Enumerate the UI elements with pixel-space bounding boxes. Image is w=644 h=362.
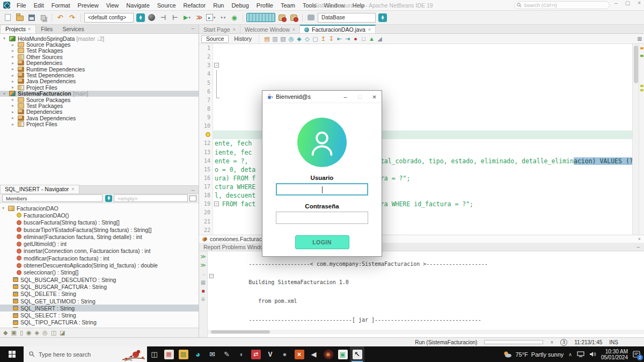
filter-toggle-icon[interactable]: ◪ xyxy=(60,329,65,336)
close-button[interactable]: × xyxy=(638,0,641,6)
menu-item[interactable]: Debug xyxy=(228,1,252,10)
start-button[interactable] xyxy=(0,346,24,362)
navigator-tab[interactable]: SQL_INSERT - Navigator × xyxy=(0,185,79,193)
expand-arrow-icon[interactable]: ▸ xyxy=(12,103,18,108)
filter-toggle-icon[interactable]: ◉ xyxy=(26,329,32,336)
project-tree-row[interactable]: ▸ Test Dependencies xyxy=(0,72,199,78)
taskbar-app-icon[interactable]: ✉ xyxy=(205,346,219,362)
editor-tool-icon[interactable]: ⇥ xyxy=(343,35,352,42)
project-tree-row[interactable]: ▸ Dependencies xyxy=(0,109,199,115)
project-tree-row[interactable]: ▸ Test Packages xyxy=(0,103,199,108)
minimize-panel-icon[interactable]: – xyxy=(191,187,194,193)
navigator-row[interactable]: eliminar(Facturacion factura, String det… xyxy=(0,233,199,240)
gutter-cell[interactable]: 16 xyxy=(199,174,213,183)
filter-toggle-icon[interactable]: ◆ xyxy=(3,329,8,336)
navigator-row[interactable]: SQL_INSERT : String xyxy=(0,305,199,312)
webserver-icon[interactable] xyxy=(147,12,157,23)
taskbar-app-icon[interactable]: ▣ xyxy=(335,346,350,362)
expand-arrow-icon[interactable]: ▸ xyxy=(12,42,18,47)
panel-tab[interactable]: Files xyxy=(36,25,57,33)
clean-build-button[interactable]: ⊥ xyxy=(170,12,180,23)
editor-tool-icon[interactable]: ● xyxy=(352,35,360,42)
taskbar-app-icon[interactable]: ↖ xyxy=(350,346,364,362)
members-select[interactable]: Members xyxy=(2,194,103,202)
gutter-cell[interactable]: 21 xyxy=(199,218,213,226)
menu-item[interactable]: Profile xyxy=(253,1,277,10)
db-connect-button[interactable] xyxy=(277,12,287,23)
database-stepper[interactable]: ▲▼ xyxy=(378,13,387,22)
taskbar-app-icon[interactable]: ▦ xyxy=(162,346,176,362)
menu-item[interactable]: Edit xyxy=(30,1,48,10)
menu-item[interactable]: Preview xyxy=(74,1,103,10)
project-tree-row[interactable]: ▸ Source Packages xyxy=(0,97,199,103)
gutter-cell[interactable]: 8 xyxy=(199,105,213,113)
gutter-cell[interactable]: 7 xyxy=(199,96,213,105)
menu-item[interactable]: Source xyxy=(153,1,180,10)
project-tree-row[interactable]: ▸ Test Packages xyxy=(0,48,199,54)
project-tree-row[interactable]: ▾ SistemaFacturacion [main] xyxy=(0,91,199,97)
gutter-cell[interactable]: 4 xyxy=(199,70,213,78)
expand-arrow-icon[interactable]: ▸ xyxy=(12,110,18,114)
editor-tool-icon[interactable]: ▤ xyxy=(263,35,271,42)
gutter-cell[interactable]: 14 xyxy=(199,157,213,165)
menu-item[interactable]: File xyxy=(13,1,30,10)
undo-button[interactable]: ↶ xyxy=(55,12,65,23)
close-tab-icon[interactable]: × xyxy=(233,27,236,32)
config-stepper[interactable]: ▲▼ xyxy=(136,13,145,22)
gutter-cell[interactable]: 18 xyxy=(199,191,213,200)
editor-tool-icon[interactable]: ▧ xyxy=(279,35,287,42)
project-tree-row[interactable]: ▸ Project Files xyxy=(0,121,199,127)
close-tab-icon[interactable]: × xyxy=(292,27,295,32)
volume-icon[interactable] xyxy=(589,351,596,357)
cancel-progress-icon[interactable]: × xyxy=(550,339,553,345)
editor-tab[interactable]: FacturacionDAO.java × xyxy=(300,25,376,33)
dialog-close-button[interactable]: × xyxy=(367,91,382,103)
navigator-row[interactable]: seleccionar() : String[] xyxy=(0,269,199,276)
error-stripe[interactable] xyxy=(639,44,644,235)
usuario-input[interactable] xyxy=(276,183,368,196)
taskbar-search-input[interactable]: Type here to search xyxy=(24,346,147,362)
gutter-cell[interactable]: 3 xyxy=(199,61,213,70)
taskbar-app-icon[interactable]: ◖ xyxy=(234,346,248,362)
minimize-panel-icon[interactable]: – xyxy=(191,25,194,31)
navigator-row[interactable]: SQL_DELETE : String xyxy=(0,291,199,298)
output-action-icon[interactable]: ※ xyxy=(201,296,205,302)
editor-vertical-scrollbar[interactable] xyxy=(632,44,639,235)
hint-bulb-icon[interactable] xyxy=(206,132,210,137)
project-tree-row[interactable]: ▸ Dependencies xyxy=(0,60,199,66)
gutter-cell[interactable]: 12 xyxy=(199,139,213,148)
taskbar-app-icon[interactable]: ◕ xyxy=(191,346,205,362)
close-tab-icon[interactable]: × xyxy=(368,27,371,32)
selected-toolbar-widget[interactable] xyxy=(246,13,275,22)
expand-arrow-icon[interactable]: ▸ xyxy=(12,85,18,90)
taskbar-app-icon[interactable]: V xyxy=(263,346,277,362)
notification-center-icon[interactable]: 2 xyxy=(633,351,641,358)
editor-tool-icon[interactable]: ▲ xyxy=(368,35,376,42)
taskbar-app-icon[interactable]: ● xyxy=(277,346,292,362)
project-tree-row[interactable]: ▸ Runtime Dependencies xyxy=(0,66,199,72)
editor-tool-icon[interactable]: ↥ xyxy=(319,35,327,42)
output-action-icon[interactable]: ≫ xyxy=(200,254,206,259)
expand-arrow-icon[interactable]: ▸ xyxy=(12,122,18,127)
taskbar-app-icon[interactable]: ⇄ xyxy=(248,346,263,362)
gutter-cell[interactable]: 13 xyxy=(199,148,213,157)
panel-tab[interactable]: Services xyxy=(57,25,89,33)
ide-search-input[interactable]: Search (Ctrl+I) xyxy=(514,1,610,9)
expand-arrow-icon[interactable]: ▸ xyxy=(12,97,18,102)
expand-arrow-icon[interactable]: ▸ xyxy=(12,54,18,59)
navigator-row[interactable]: SQL_GET_ULTIMOID : String xyxy=(0,298,199,305)
navigator-row[interactable]: SQL_TIPO_FACTURA : String xyxy=(0,319,199,326)
weather-widget[interactable]: 75°F Partly sunny xyxy=(503,351,564,358)
editor-tool-icon[interactable]: ◇ xyxy=(303,35,311,42)
filter-toggle-icon[interactable]: ◈ xyxy=(35,329,39,336)
expand-arrow-icon[interactable]: ▸ xyxy=(12,115,18,120)
output-action-icon[interactable]: ≫ xyxy=(200,262,206,268)
history-clock-button[interactable]: ◔▾ xyxy=(217,12,228,23)
project-tree-row[interactable]: ▾ HolaMundoSpringData [master ↓2] xyxy=(0,35,199,41)
editor-tool-icon[interactable]: ↧ xyxy=(327,35,335,42)
copy-button[interactable] xyxy=(38,12,48,23)
run-button[interactable]: ▶▾ xyxy=(182,12,192,23)
editor-tool-icon[interactable]: ◢ xyxy=(376,35,384,42)
gutter-cell[interactable]: 10 xyxy=(199,122,213,131)
close-tab-icon[interactable]: × xyxy=(71,186,74,192)
